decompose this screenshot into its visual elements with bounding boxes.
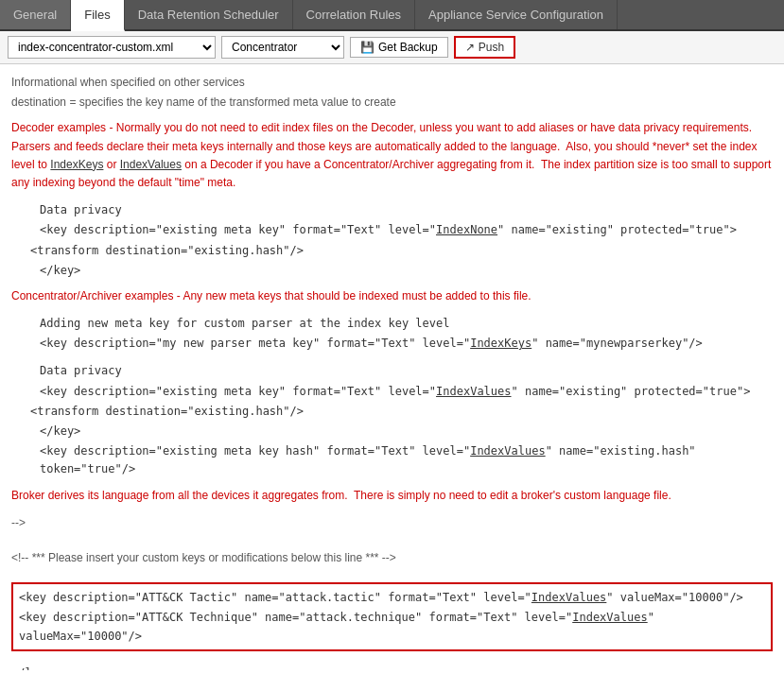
custom-keys-comment: <!-- *** Please insert your custom keys …	[11, 549, 773, 567]
adding-title: Adding new meta key for custom parser at…	[40, 315, 773, 333]
tab-files[interactable]: Files	[71, 0, 124, 31]
broker-paragraph: Broker derives its language from all the…	[11, 487, 773, 505]
tab-appliance-service[interactable]: Appliance Service Configuration	[415, 0, 618, 29]
concentrator-paragraph: Concentrator/Archiver examples - Any new…	[11, 287, 773, 305]
index-values-link: IndexValues	[120, 158, 182, 171]
decoder-paragraph: Decoder examples - Normally you do not n…	[11, 119, 773, 192]
get-backup-button[interactable]: 💾 Get Backup	[350, 37, 448, 58]
highlighted-line-2: <key description="ATT&CK Technique" name…	[19, 608, 765, 647]
data-privacy-1-line2: <transform destination="existing.hash"/>	[30, 242, 773, 260]
tab-data-retention[interactable]: Data Retention Scheduler	[125, 0, 293, 29]
closing-language-tag: </language>	[11, 665, 773, 670]
tab-bar: General Files Data Retention Scheduler C…	[0, 0, 784, 31]
push-button[interactable]: ↗ Push	[454, 36, 515, 59]
data-privacy-2-line2: <transform destination="existing.hash"/>	[30, 403, 773, 421]
data-privacy-1-line1: <key description="existing meta key" for…	[40, 221, 773, 239]
data-privacy-2-line3: </key>	[40, 423, 773, 441]
tab-general[interactable]: General	[0, 0, 71, 29]
comment-end: -->	[11, 514, 773, 532]
backup-icon: 💾	[360, 41, 375, 54]
adding-line1: <key description="my new parser meta key…	[40, 335, 773, 353]
info-line-2: destination = specifies the key name of …	[11, 94, 773, 112]
push-icon: ↗	[465, 41, 475, 54]
highlighted-line-1: <key description="ATT&CK Tactic" name="a…	[19, 588, 765, 607]
data-privacy-2-title: Data privacy	[40, 362, 773, 380]
data-privacy-1-title: Data privacy	[40, 201, 773, 219]
file-select[interactable]: index-concentrator-custom.xml	[8, 36, 216, 59]
index-keys-link: IndexKeys	[50, 158, 103, 171]
content-area: Informational when specified on other se…	[0, 64, 784, 670]
toolbar: index-concentrator-custom.xml Concentrat…	[0, 31, 784, 64]
service-select[interactable]: Concentrator	[221, 36, 344, 59]
highlighted-keys-box: <key description="ATT&CK Tactic" name="a…	[11, 582, 773, 651]
data-privacy-1-line3: </key>	[40, 262, 773, 280]
data-privacy-2-line1: <key description="existing meta key" for…	[40, 383, 773, 401]
data-privacy-2-line4: <key description="existing meta key hash…	[40, 442, 773, 478]
tab-correlation-rules[interactable]: Correlation Rules	[293, 0, 415, 29]
info-line-1: Informational when specified on other se…	[11, 74, 773, 92]
